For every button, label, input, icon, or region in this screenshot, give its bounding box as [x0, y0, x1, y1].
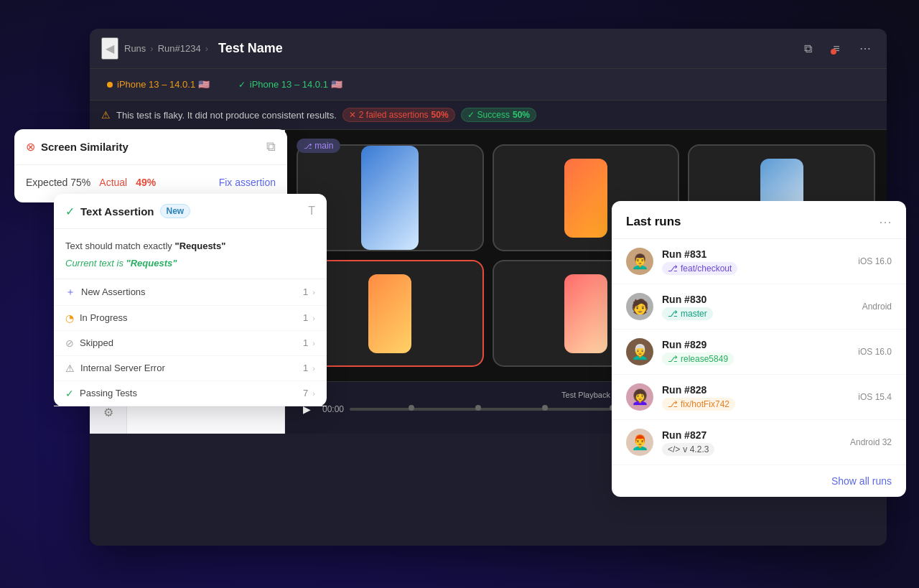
run-829-name: Run #829 — [662, 339, 849, 350]
device-tab-1[interactable]: iPhone 13 – 14.0.1 🇺🇸 — [101, 76, 215, 93]
assert-progress-count-val: 1 — [303, 312, 308, 323]
run-831-branch-label: feat/checkout — [681, 263, 732, 274]
branch-label: main — [314, 141, 333, 151]
sim-expected-label: Expected 75% — [26, 177, 90, 188]
run-827-info: Run #827 </> v 4.2.3 — [662, 429, 841, 456]
run-829-branch: ⎇ release5849 — [662, 353, 734, 365]
text-assert-check-icon: ✓ — [65, 205, 75, 218]
duplicate-btn-wrap: ⧉ — [798, 39, 818, 59]
run-830-info: Run #830 ⎇ master — [662, 294, 854, 320]
scrubber-dot-3[interactable] — [542, 405, 548, 411]
text-assert-body: Text should match exactly "Requests" Cur… — [54, 229, 327, 279]
assert-item-skipped[interactable]: ⊘ Skipped 1 › — [54, 331, 327, 356]
text-assert-type-icon[interactable]: T — [308, 205, 315, 218]
run-828-avatar: 👩‍🦱 — [626, 383, 653, 411]
success-check: ✓ — [467, 110, 475, 120]
text-assert-header: ✓ Text Assertion New T — [54, 194, 327, 229]
failed-assertions-x: ✕ — [349, 110, 356, 120]
assert-current-line: Current text is "Requests" — [65, 258, 315, 269]
assert-current-value: "Requests" — [126, 258, 177, 269]
show-all-runs-button[interactable]: Show all runs — [831, 475, 892, 487]
list-view-button[interactable]: ≡ — [826, 39, 846, 59]
phone-screen-5 — [564, 274, 607, 353]
run-830-branch-label: master — [681, 309, 707, 319]
nav-back-button[interactable]: ◀ — [101, 37, 118, 60]
assert-item-server-error[interactable]: ⚠ Internal Server Error 1 › — [54, 356, 327, 381]
plus-icon: ＋ — [65, 286, 75, 299]
assert-list: ＋ New Assertions 1 › ◔ In Progress 1 › ⊘… — [54, 279, 327, 406]
last-runs-card: Last runs ⋯ 👨‍🦱 Run #831 ⎇ feat/checkout… — [612, 201, 906, 497]
runs-title: Last runs — [626, 215, 681, 229]
assert-text-prefix: Text should match exactly — [65, 241, 172, 251]
run-item-831[interactable]: 👨‍🦱 Run #831 ⎇ feat/checkout iOS 16.0 — [612, 239, 906, 284]
screen-sim-header: ⊗ Screen Similarity ⧉ — [14, 129, 287, 165]
phone-screen-4 — [368, 274, 411, 353]
screen-sim-layers-button[interactable]: ⧉ — [266, 139, 276, 154]
run-829-branch-icon: ⎇ — [668, 354, 678, 364]
fix-assertion-button[interactable]: Fix assertion — [219, 177, 276, 188]
assert-new-count-val: 1 — [303, 286, 308, 297]
breadcrumb-sep2: › — [205, 43, 208, 54]
run-827-branch-label: v 4.2.3 — [683, 444, 709, 454]
screen-sim-icon: ⊗ — [26, 140, 35, 154]
screen-sim-card: ⊗ Screen Similarity ⧉ Expected 75% Actua… — [14, 129, 287, 202]
chevron-icon-progress: › — [312, 314, 315, 322]
scrubber-dot-1[interactable] — [409, 405, 414, 411]
header-actions: ⧉ ≡ ⋯ — [798, 39, 875, 59]
run-831-name: Run #831 — [662, 248, 849, 260]
assert-item-skipped-label: Skipped — [80, 337, 113, 348]
scrubber-dot-2[interactable] — [475, 405, 481, 411]
success-percent: 50% — [513, 110, 530, 120]
breadcrumb-runs[interactable]: Runs — [124, 43, 146, 54]
notification-dot — [831, 49, 836, 55]
run-831-branch: ⎇ feat/checkout — [662, 262, 737, 275]
check-icon: ✓ — [65, 388, 74, 399]
more-options-button[interactable]: ⋯ — [855, 39, 875, 59]
run-item-830[interactable]: 🧑 Run #830 ⎇ master Android — [612, 284, 906, 330]
new-badge: New — [160, 204, 191, 218]
run-item-829[interactable]: 👨‍🦳 Run #829 ⎇ release5849 iOS 16.0 — [612, 330, 906, 375]
progress-icon: ◔ — [65, 312, 74, 324]
assert-item-passing-count: 7 › — [303, 388, 315, 398]
tab2-checkmark: ✓ — [238, 80, 246, 90]
duplicate-button[interactable]: ⧉ — [798, 39, 818, 59]
assert-item-passing-label: Passing Tests — [80, 388, 137, 398]
assert-item-new[interactable]: ＋ New Assertions 1 › — [54, 279, 327, 306]
assert-item-passing[interactable]: ✓ Passing Tests 7 › — [54, 381, 327, 406]
run-828-branch-icon: ⎇ — [668, 399, 678, 409]
chevron-icon-server: › — [312, 364, 315, 373]
tab2-label: iPhone 13 – 14.0.1 🇺🇸 — [250, 79, 342, 90]
run-830-avatar: 🧑 — [626, 293, 653, 320]
run-item-828[interactable]: 👩‍🦱 Run #828 ⎇ fix/hotFix742 iOS 15.4 — [612, 375, 906, 420]
breadcrumb-run1234[interactable]: Run#1234 — [158, 43, 201, 54]
device-tab-2[interactable]: ✓ iPhone 13 – 14.0.1 🇺🇸 — [233, 76, 348, 93]
alert-icon: ⚠ — [101, 109, 111, 121]
run-829-platform: iOS 16.0 — [858, 347, 892, 357]
server-icon: ⚠ — [65, 363, 75, 374]
run-item-827[interactable]: 👨‍🦰 Run #827 </> v 4.2.3 Android 32 — [612, 420, 906, 465]
success-label: Success — [477, 110, 510, 120]
assert-passing-count-val: 7 — [303, 388, 308, 398]
run-831-avatar: 👨‍🦱 — [626, 248, 653, 275]
runs-more-button[interactable]: ⋯ — [879, 214, 892, 230]
header-bar: ◀ Runs › Run#1234 › Test Name ⧉ ≡ ⋯ — [90, 29, 887, 69]
run-829-avatar: 👨‍🦳 — [626, 338, 653, 365]
failed-assertions-badge: ✕ 2 failed assertions 50% — [342, 108, 455, 122]
branch-icon: ⎇ — [304, 142, 312, 150]
breadcrumb: Runs › Run#1234 › Test Name — [124, 41, 283, 56]
alert-bar: ⚠ This test is flaky. It did not produce… — [90, 101, 887, 130]
run-830-name: Run #830 — [662, 294, 854, 305]
run-831-info: Run #831 ⎇ feat/checkout — [662, 248, 849, 275]
assert-item-progress[interactable]: ◔ In Progress 1 › — [54, 306, 327, 331]
device-tabs: iPhone 13 – 14.0.1 🇺🇸 ✓ iPhone 13 – 14.0… — [90, 69, 887, 101]
assert-server-count-val: 1 — [303, 363, 308, 373]
run-831-branch-icon: ⎇ — [668, 263, 678, 274]
run-827-branch-icon: </> — [668, 444, 680, 454]
screen-sim-title: Screen Similarity — [41, 141, 129, 153]
runs-header: Last runs ⋯ — [612, 201, 906, 239]
alert-text: This test is flaky. It did not produce c… — [116, 110, 337, 121]
show-all-runs: Show all runs — [612, 465, 906, 497]
chevron-icon-new: › — [312, 288, 315, 297]
branch-tag: ⎇ main — [297, 139, 340, 153]
chevron-icon-passing: › — [312, 389, 315, 398]
